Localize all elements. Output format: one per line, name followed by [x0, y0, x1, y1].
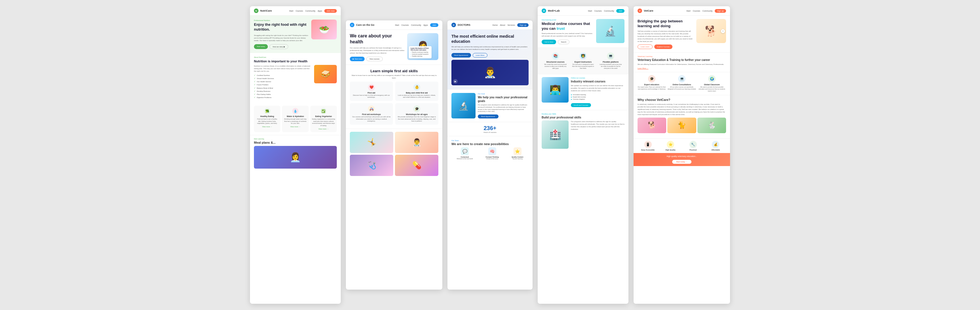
feature-icon-1-vetcare: 🎓 [648, 75, 655, 82]
cta-btn-nutricare[interactable]: Join now [324, 9, 337, 13]
enroll-btn-medilab[interactable]: Enroll and Courses [571, 103, 591, 107]
learnmore-btn-vetcare[interactable]: Learn more [638, 44, 652, 49]
s3-tag-doctors: Our Team [452, 140, 528, 141]
course-title-medilab: Industry relevant courses [571, 80, 625, 83]
play-btn-doctors[interactable]: ▶ [453, 79, 458, 84]
cta-btn-medilab[interactable]: Join [616, 9, 625, 13]
course-desc-medilab: We update our training content so we can… [571, 84, 625, 92]
icon-box-1-doctors: 💬 [461, 147, 469, 155]
vet-explore-vetcare[interactable]: Learn More → [638, 68, 726, 69]
vet-desc-vetcare: We are offering Featured Curriculum Info… [638, 63, 726, 66]
photo-4-care: 💊 [395, 155, 438, 176]
feature-title-2-medilab: Expert Instructors [571, 61, 595, 63]
hero-title-medilab: Medical online courses that you can trus… [542, 22, 594, 31]
skills-desc-medilab: Our programs were developed to address t… [571, 120, 625, 131]
badge-2-vetcare: ⭐ High Quality [660, 141, 681, 151]
book-btn-doctors[interactable]: Book Appointment [452, 53, 471, 57]
nav-link-start4[interactable]: Start [588, 10, 592, 12]
course-text-medilab: Online our courses Industry relevant cou… [571, 77, 625, 107]
s2-tag-nutricare: About NutriCare [254, 56, 337, 58]
icon-desc-3-doctors: Top-tier learning [512, 158, 523, 160]
badge-icon-4-vetcare: 💰 [712, 141, 719, 148]
icons-row-doctors: 💬 Contextual Relevant to the real world … [452, 147, 528, 160]
hero-desc-nutricare: Struggling with eating the right foods f… [254, 34, 309, 42]
badge-icon-1-vetcare: 📱 [644, 141, 652, 148]
feature-icon-2-vetcare: 💻 [678, 75, 686, 82]
mini-link-1[interactable]: View more → [256, 126, 278, 128]
photos-section-care: 🤸 👨‍⚕️ 🩺 💊 [346, 129, 442, 179]
feature-3-medilab: 💻 Flexible platform Learning anywhere an… [597, 51, 625, 71]
skills-medilab: Develop your Skills Build your professio… [538, 110, 628, 152]
icon-desc-2-doctors: Ahead of the curve [486, 158, 499, 160]
nav-link-services3[interactable]: Services [507, 24, 515, 26]
logo-medilab: M Medi+Lab [542, 8, 560, 13]
start-btn-nutricare[interactable]: Start today [254, 44, 268, 49]
feature-desc-3-medilab: Learning anywhere and at any time we mak… [599, 63, 623, 70]
cta-btn-doctors[interactable]: Sign up [517, 23, 528, 27]
explore-btn-vetcare[interactable]: Explore Courses [654, 44, 673, 49]
icon-item-3-doctors: ⭐ Quality Content Top-tier learning [512, 147, 523, 160]
nav-link-home3[interactable]: Home [492, 24, 498, 26]
list-item-5: Balance Body & Mind [254, 87, 311, 89]
story-btn-nutricare[interactable]: How our story ▶ [270, 44, 288, 49]
vet-tag-vetcare: Veterinary Learning [638, 55, 726, 57]
nav-link-start2[interactable]: Start [395, 24, 399, 26]
skill-title-1: First aid [352, 92, 391, 94]
nav-link-courses4[interactable]: Courses [594, 10, 602, 12]
hero-btns-nutricare: Start today How our story ▶ [254, 44, 309, 49]
book-btn2-doctors[interactable]: Book Appointment [478, 114, 498, 119]
hero-img-vetcare: 🐕 › [696, 19, 726, 43]
feature-title-1-medilab: Structured courses [543, 61, 568, 63]
badge-1-vetcare: 📱 Easy Accessible [638, 141, 659, 151]
bottom-btn-vetcare[interactable]: Start today → [672, 160, 691, 164]
s2-content-nutricare: Nutrition is a serious threat, it is a c… [254, 65, 337, 100]
feature-desc-2-medilab: Our instructor is designed to learn from… [571, 63, 595, 70]
nav-link-apps2[interactable]: Apps [423, 24, 428, 26]
nav-link-community2[interactable]: Community [411, 24, 421, 26]
nav-link-courses1[interactable]: Courses [296, 10, 303, 12]
nav-link-community1[interactable]: Community [305, 10, 315, 12]
nav-link-start1[interactable]: Start [289, 10, 293, 12]
nav-link-about3[interactable]: About [500, 24, 505, 26]
list-item-3: Our Health Service [254, 81, 311, 83]
photo-2-care: 👨‍⚕️ [395, 132, 438, 153]
courses-content-medilab: 👨‍💻 Online our courses Industry relevant… [542, 77, 625, 107]
nav-link-community5[interactable]: Community [703, 10, 713, 12]
logo-doctors: D DOCTORS [452, 23, 471, 27]
hero-btns-care: ▶ Start now View courses [350, 57, 405, 61]
mini-link-3[interactable]: View more → [312, 128, 335, 130]
learn-btn-doctors[interactable]: Learn More [473, 53, 488, 57]
nav-link-courses5[interactable]: Courses [693, 10, 700, 12]
skill-title-3: First aid workshops [352, 113, 391, 115]
startnow-btn-care[interactable]: ▶ Start now [350, 57, 364, 61]
s3-img-nutricare: 👩‍💼 [254, 146, 337, 169]
badge-4-vetcare: 💰 Affordable [705, 141, 726, 151]
logo-care: C Care on the Go [350, 23, 374, 27]
list-item-7: Plan Eating Habits [254, 93, 311, 95]
skill-card-3: 🚑 First aid workshops Our courses and wo… [350, 103, 393, 125]
nav-link-community4[interactable]: Community [604, 10, 614, 12]
nav-link-start5[interactable]: Start [686, 10, 690, 12]
mini-card-2: 💧 Water & Hydration Drinking enough wate… [282, 106, 309, 132]
viewcourses-btn-care[interactable]: View courses [366, 57, 383, 61]
mini-link-2[interactable]: View more → [284, 126, 307, 128]
getthere-btn-medilab[interactable]: Get to Here [542, 40, 556, 44]
courses-medilab: 👨‍💻 Online our courses Industry relevant… [538, 74, 628, 110]
mini-desc-1: Find out how to eat a healthy diet. Eati… [256, 118, 278, 125]
logo-icon-nutricare: N [254, 8, 258, 13]
nav-link-apps1[interactable]: Apps [318, 10, 322, 12]
vet-section-vetcare: Veterinary Learning Veterinary Education… [633, 52, 730, 72]
hero-arrow-vetcare[interactable]: › [721, 29, 725, 33]
doctors-card: D DOCTORS Home About Services Sign up Th… [447, 21, 533, 289]
badge-label-3-vetcare: Practical [682, 149, 704, 151]
feature-icon-3-medilab: 💻 [607, 52, 614, 60]
search-btn-medilab[interactable]: Search [558, 40, 570, 44]
skill-icon-3: 🚑 [368, 105, 375, 112]
stats-doctors: 236+ Hours of courses [447, 122, 533, 136]
nav-medilab: M Medi+Lab Start Courses Community Join [538, 6, 628, 16]
cta-btn-care[interactable]: Join [430, 23, 438, 27]
cta-btn-vetcare[interactable]: Sign up [715, 9, 726, 13]
why-title-vetcare: Why choose VetCare? [638, 98, 726, 101]
nav-link-courses2[interactable]: Courses [401, 24, 409, 26]
hero-tag-nutricare: Professional Nutrition [254, 19, 309, 21]
